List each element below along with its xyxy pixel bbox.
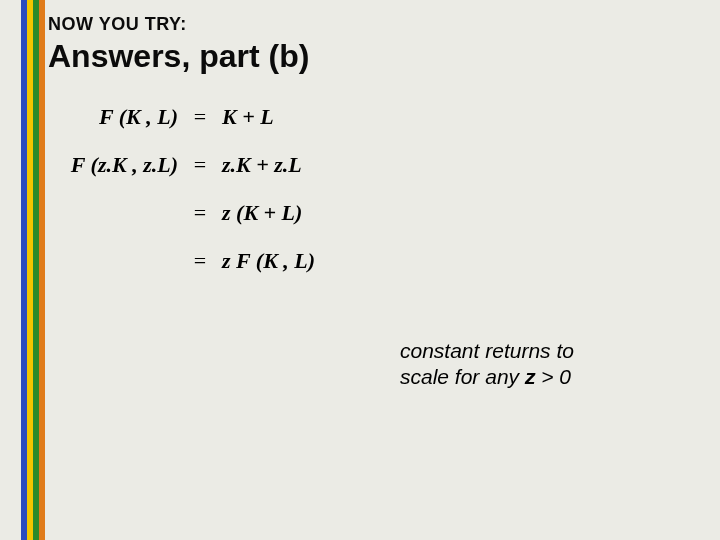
- note-line2-prefix: scale for any: [400, 365, 525, 388]
- math-derivation: F (K , L) = K + L F (z.K , z.L) = z.K + …: [60, 104, 360, 296]
- note-line2-suffix: > 0: [535, 365, 571, 388]
- math-rhs: z (K + L): [212, 200, 360, 226]
- conclusion-note: constant returns to scale for any z > 0: [400, 338, 660, 391]
- math-row: = z (K + L): [60, 200, 360, 226]
- math-eq: =: [188, 200, 212, 226]
- page-title: Answers, part (b): [48, 38, 309, 75]
- math-row: F (z.K , z.L) = z.K + z.L: [60, 152, 360, 178]
- accent-stripe-orange: [39, 0, 45, 540]
- note-z: z: [525, 365, 536, 388]
- math-eq: =: [188, 104, 212, 130]
- math-lhs: F (z.K , z.L): [60, 152, 188, 178]
- math-eq: =: [188, 248, 212, 274]
- math-rhs: K + L: [212, 104, 360, 130]
- math-rhs: z F (K , L): [212, 248, 360, 274]
- math-eq: =: [188, 152, 212, 178]
- math-row: = z F (K , L): [60, 248, 360, 274]
- note-line1: constant returns to: [400, 339, 574, 362]
- math-lhs: F (K , L): [60, 104, 188, 130]
- kicker-heading: NOW YOU TRY:: [48, 14, 187, 35]
- math-row: F (K , L) = K + L: [60, 104, 360, 130]
- math-rhs: z.K + z.L: [212, 152, 360, 178]
